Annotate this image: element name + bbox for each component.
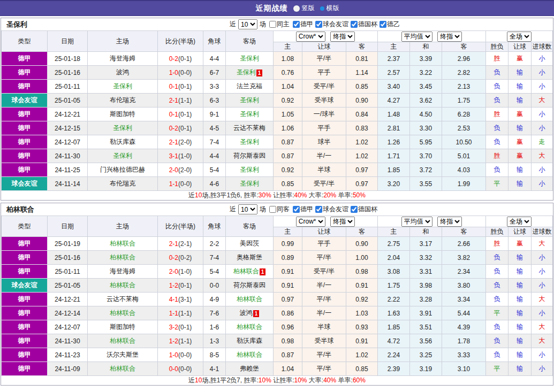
away-team-link[interactable]: 美因茨 (240, 240, 259, 247)
rank-badge: 1 (253, 310, 260, 317)
same-venue-filter[interactable]: 同客 (269, 205, 290, 214)
view-option-vertical[interactable]: 竖版 (293, 4, 315, 13)
away-team-link[interactable]: 圣保利 (240, 55, 259, 62)
league-filter[interactable]: 球会友谊 (315, 205, 348, 214)
away-team-link[interactable]: 奥格斯堡 (237, 253, 262, 261)
home-team-link[interactable]: 柏林联合 (110, 253, 135, 261)
result-handicap: 输 (509, 265, 532, 279)
table-row: 德甲 24-12-14 柏林联合 1-1(1-1) 7-6 波鸿1 0.86 半… (2, 306, 553, 320)
result-winloss: 负 (486, 251, 509, 265)
home-team-link[interactable]: 圣保利 (113, 152, 132, 159)
home-team-link[interactable]: 云达不莱梅 (107, 295, 139, 303)
away-team-link[interactable]: 柏林联合 (237, 295, 262, 303)
away-team-link[interactable]: 圣保利 (237, 68, 256, 76)
league-badge: 德甲 (2, 107, 48, 121)
league-filter[interactable]: 德乙 (380, 20, 400, 29)
same-venue-filter[interactable]: 同主 (269, 20, 290, 29)
same-venue-checkbox[interactable] (269, 206, 276, 213)
home-team-link[interactable]: 斯图加特 (110, 110, 135, 118)
away-team-link[interactable]: 勒沃库森 (237, 337, 262, 344)
odds-away: 0.93 (346, 320, 378, 334)
home-team-link[interactable]: 沃尔夫斯堡 (107, 351, 139, 358)
home-team-link[interactable]: 布伦瑞克 (110, 96, 135, 104)
odds-stage-select[interactable]: 终指 (330, 217, 355, 227)
odds-company-select[interactable]: Crow* (296, 32, 325, 42)
corner-cell: 4-5 (203, 121, 226, 135)
scope-select[interactable]: 全场 (507, 217, 532, 227)
league-filter[interactable]: 德国杯 (351, 205, 377, 214)
rank-badge: 1 (260, 268, 266, 275)
away-team-link[interactable]: 波鸿 (240, 309, 253, 317)
away-team-link[interactable]: 荷尔斯泰因 (233, 281, 265, 289)
recent-count-select[interactable]: 10 (238, 204, 257, 214)
avg-source-select[interactable]: 平均值 (401, 32, 432, 42)
home-team-cell: 圣保利 (88, 80, 158, 94)
summary-segment: 50% (353, 191, 366, 199)
home-team-link[interactable]: 门兴格拉德巴赫 (100, 166, 145, 173)
league-badge: 德甲 (2, 265, 48, 279)
league-filter-label: 球会友谊 (323, 205, 348, 214)
home-team-link[interactable]: 斯图加特 (110, 323, 135, 330)
match-date: 25-01-16 (48, 66, 88, 80)
league-filter[interactable]: 球会友谊 (315, 20, 348, 29)
home-team-link[interactable]: 海登海姆 (110, 267, 135, 275)
away-team-link[interactable]: 柏林联合 (233, 267, 259, 275)
league-filter-checkbox[interactable] (380, 21, 386, 28)
league-badge: 德甲 (2, 320, 48, 334)
recent-count-select[interactable]: 10 (238, 19, 257, 29)
avg-stage-select[interactable]: 终指 (437, 217, 462, 227)
scope-select[interactable]: 全场 (507, 32, 532, 42)
radio-vertical-icon[interactable] (293, 5, 300, 12)
home-team-link[interactable]: 柏林联合 (110, 240, 135, 247)
home-team-link[interactable]: 海登海姆 (110, 55, 135, 62)
home-team-link[interactable]: 柏林联合 (110, 309, 135, 317)
score-cell: 1-2(1-1) (158, 334, 203, 348)
league-filter-checkbox[interactable] (315, 21, 322, 28)
league-filter-checkbox[interactable] (351, 21, 358, 28)
result-goals: 小 (532, 52, 553, 66)
home-team-link[interactable]: 波鸿 (116, 68, 129, 76)
home-team-link[interactable]: 布伦瑞克 (110, 180, 135, 187)
result-handicap: 输 (509, 293, 532, 306)
odds-stage-select[interactable]: 终指 (330, 32, 355, 42)
radio-horizontal-icon[interactable] (320, 6, 324, 11)
view-option-horizontal[interactable]: 横版 (320, 4, 339, 13)
league-filter-checkbox[interactable] (293, 21, 300, 28)
league-filter-checkbox[interactable] (351, 206, 358, 213)
avg-source-select[interactable]: 平均值 (401, 217, 432, 227)
away-team-link[interactable]: 圣保利 (240, 138, 259, 145)
away-team-link[interactable]: 荷尔斯泰因 (233, 152, 265, 159)
home-team-link[interactable]: 圣保利 (113, 82, 132, 90)
away-team-link[interactable]: 圣保利 (240, 166, 259, 173)
odds-home: 1.08 (274, 52, 302, 66)
league-filter[interactable]: 德甲 (293, 20, 313, 29)
avg-stage-select[interactable]: 终指 (437, 32, 462, 42)
same-venue-checkbox[interactable] (269, 21, 276, 28)
away-team-link[interactable]: 柏林联合 (237, 323, 262, 330)
home-team-link[interactable]: 勒沃库森 (110, 138, 135, 145)
avg-away: 3.33 (442, 348, 486, 362)
summary-segment: 近 (188, 376, 195, 384)
home-team-link[interactable]: 圣保利 (113, 124, 132, 132)
away-team-link[interactable]: 圣保利 (240, 96, 259, 104)
home-team-link[interactable]: 柏林联合 (110, 281, 135, 289)
match-date: 24-11-14 (48, 177, 88, 191)
away-team-link[interactable]: 弗赖堡 (240, 365, 259, 372)
result-winloss: 负 (486, 135, 509, 149)
league-filter-checkbox[interactable] (315, 206, 322, 213)
away-team-link[interactable]: 圣保利 (240, 110, 259, 118)
league-filter[interactable]: 德国杯 (351, 20, 377, 29)
result-handicap: 输 (509, 163, 532, 177)
odds-company-select[interactable]: Crow* (296, 217, 325, 227)
away-team-link[interactable]: 圣保利 (240, 180, 259, 187)
league-filter-checkbox[interactable] (293, 206, 300, 213)
home-team-link[interactable]: 柏林联合 (110, 337, 135, 344)
league-badge: 德甲 (2, 52, 48, 66)
league-filter[interactable]: 德甲 (293, 205, 313, 214)
away-team-cell: 勒沃库森 (226, 334, 274, 348)
away-team-link[interactable]: 柏林联合 (237, 351, 262, 358)
away-team-link[interactable]: 云达不莱梅 (233, 124, 265, 132)
away-team-link[interactable]: 法兰克福 (237, 82, 262, 90)
home-team-link[interactable]: 柏林联合 (110, 365, 135, 372)
result-winloss: 负 (486, 94, 509, 107)
